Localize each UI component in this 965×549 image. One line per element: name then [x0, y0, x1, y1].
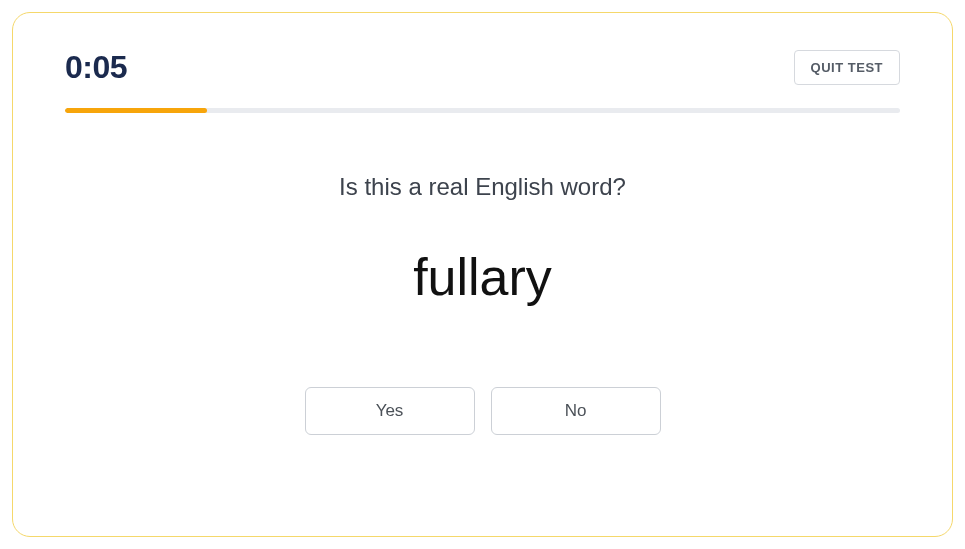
question-prompt: Is this a real English word?	[65, 173, 900, 201]
header: 0:05 QUIT TEST	[65, 49, 900, 86]
yes-button[interactable]: Yes	[305, 387, 475, 435]
answer-row: Yes No	[65, 387, 900, 435]
quit-button[interactable]: QUIT TEST	[794, 50, 900, 85]
test-word: fullary	[65, 247, 900, 307]
progress-fill	[65, 108, 207, 113]
question-content: Is this a real English word? fullary Yes…	[65, 173, 900, 435]
no-button[interactable]: No	[491, 387, 661, 435]
test-card: 0:05 QUIT TEST Is this a real English wo…	[12, 12, 953, 537]
timer: 0:05	[65, 49, 127, 86]
progress-bar	[65, 108, 900, 113]
